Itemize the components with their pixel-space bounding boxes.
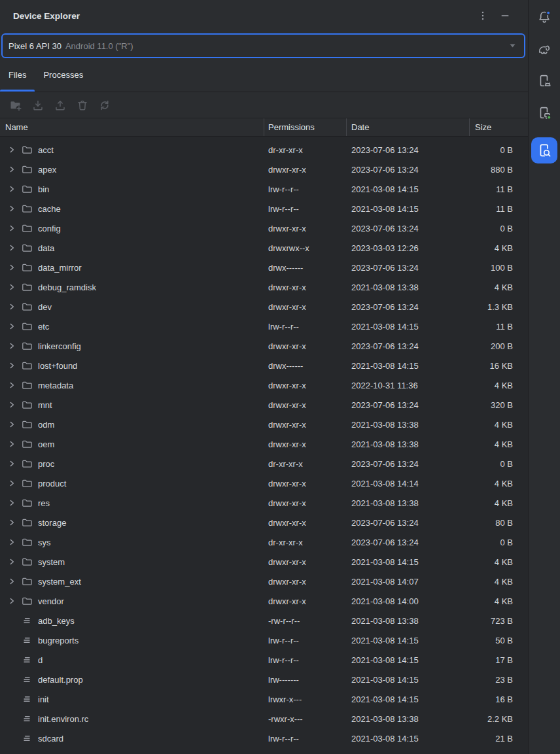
table-row[interactable]: system_ext drwxr-xr-x 2021-03-08 14:07 4…	[0, 572, 528, 591]
permissions-cell: drwxrwx--x	[264, 243, 347, 253]
table-row[interactable]: adb_keys -rw-r--r-- 2021-03-08 13:38 723…	[0, 611, 528, 630]
chevron-right-icon[interactable]	[8, 303, 16, 311]
permissions-cell: lrw-r--r--	[264, 184, 347, 194]
table-row[interactable]: acct dr-xr-xr-x 2023-07-06 13:24 0 B	[0, 140, 528, 160]
size-cell: 2.2 KB	[470, 714, 528, 724]
table-row[interactable]: d lrw-r--r-- 2021-03-08 14:15 17 B	[0, 650, 528, 670]
table-row[interactable]: odm drwxr-xr-x 2021-03-08 13:38 4 KB	[0, 415, 528, 434]
table-row[interactable]: apex drwxr-xr-x 2023-07-06 13:24 880 B	[0, 160, 528, 179]
file-icon	[22, 733, 32, 744]
name-cell: sdcard	[0, 733, 264, 744]
running-devices-button[interactable]	[536, 105, 552, 121]
chevron-right-icon[interactable]	[8, 479, 16, 487]
column-header-size[interactable]: Size	[470, 118, 528, 136]
synchronize-button[interactable]	[98, 99, 111, 112]
hide-panel-button[interactable]	[498, 9, 512, 23]
chevron-right-icon[interactable]	[8, 519, 16, 526]
folder-icon	[22, 203, 32, 214]
bell-icon	[537, 10, 551, 24]
date-cell: 2021-03-08 14:15	[347, 204, 470, 214]
download-file-button[interactable]	[31, 99, 44, 112]
table-row[interactable]: bin lrw-r--r-- 2021-03-08 14:15 11 B	[0, 179, 528, 199]
table-row[interactable]: cache lrw-r--r-- 2021-03-08 14:15 11 B	[0, 199, 528, 218]
table-row[interactable]: proc dr-xr-xr-x 2023-07-06 13:24 0 B	[0, 454, 528, 473]
chevron-right-icon[interactable]	[8, 420, 16, 428]
column-header-name[interactable]: Name	[0, 118, 264, 136]
file-name: product	[38, 479, 66, 488]
gradle-button[interactable]	[536, 41, 552, 57]
column-header-date[interactable]: Date	[347, 118, 470, 136]
folder-icon	[22, 184, 32, 194]
permissions-cell: drwxr-xr-x	[264, 381, 347, 390]
table-row[interactable]: init.environ.rc -rwxr-x--- 2021-03-08 13…	[0, 709, 528, 728]
table-row[interactable]: res drwxr-xr-x 2021-03-08 13:38 4 KB	[0, 493, 528, 513]
folder-icon	[22, 223, 32, 233]
chevron-right-icon[interactable]	[8, 205, 16, 213]
table-row[interactable]: lost+found drwx------ 2021-03-08 14:15 1…	[0, 356, 528, 375]
table-row[interactable]: oem drwxr-xr-x 2021-03-08 13:38 4 KB	[0, 434, 528, 454]
file-icon	[22, 615, 32, 626]
tab-processes[interactable]: Processes	[35, 58, 92, 92]
size-cell: 80 B	[470, 518, 528, 528]
folder-icon	[22, 400, 32, 410]
table-row[interactable]: metadata drwxr-xr-x 2022-10-31 11:36 4 K…	[0, 375, 528, 395]
upload-icon	[54, 99, 67, 112]
chevron-right-icon[interactable]	[8, 224, 16, 232]
table-row[interactable]: sdcard lrw-r--r-- 2021-03-08 14:15 21 B	[0, 728, 528, 748]
chevron-right-icon[interactable]	[8, 597, 16, 605]
table-row[interactable]: debug_ramdisk drwxr-xr-x 2021-03-08 13:3…	[0, 277, 528, 297]
device-manager-button[interactable]	[536, 73, 552, 89]
permissions-cell: drwxr-xr-x	[264, 596, 347, 606]
file-name: oem	[38, 439, 54, 449]
upload-file-button[interactable]	[54, 99, 67, 112]
table-row[interactable]: etc lrw-r--r-- 2021-03-08 14:15 11 B	[0, 317, 528, 336]
table-row[interactable]: config drwxr-xr-x 2023-07-06 13:24 0 B	[0, 218, 528, 238]
table-row[interactable]: sys dr-xr-xr-x 2023-07-06 13:24 0 B	[0, 532, 528, 552]
table-row[interactable]: mnt drwxr-xr-x 2023-07-06 13:24 320 B	[0, 395, 528, 415]
table-row[interactable]: init lrwxr-x--- 2021-03-08 14:15 16 B	[0, 689, 528, 709]
chevron-right-icon[interactable]	[8, 185, 16, 193]
date-cell: 2021-03-08 14:15	[347, 636, 470, 645]
table-row[interactable]: data_mirror drwx------ 2023-07-06 13:24 …	[0, 258, 528, 277]
chevron-right-icon[interactable]	[8, 381, 16, 389]
file-name: cache	[38, 204, 61, 214]
table-row[interactable]: system drwxr-xr-x 2021-03-08 14:15 4 KB	[0, 552, 528, 572]
chevron-right-icon[interactable]	[8, 577, 16, 585]
folder-icon	[22, 301, 32, 312]
chevron-right-icon[interactable]	[8, 460, 16, 468]
table-row[interactable]: bugreports lrw-r--r-- 2021-03-08 14:15 5…	[0, 630, 528, 650]
delete-button[interactable]	[76, 99, 89, 112]
more-options-button[interactable]	[476, 9, 490, 23]
chevron-right-icon[interactable]	[8, 440, 16, 448]
table-row[interactable]: vendor drwxr-xr-x 2021-03-08 14:00 4 KB	[0, 591, 528, 611]
chevron-right-icon[interactable]	[8, 165, 16, 173]
name-cell: res	[0, 498, 264, 508]
tab-files[interactable]: Files	[0, 58, 35, 92]
device-selector-dropdown[interactable]: Pixel 6 API 30 Android 11.0 ("R")	[1, 33, 525, 58]
chevron-right-icon[interactable]	[8, 264, 16, 271]
table-row[interactable]: linkerconfig drwxr-xr-x 2023-07-06 13:24…	[0, 336, 528, 356]
table-row[interactable]: default.prop lrw------- 2021-03-08 14:15…	[0, 670, 528, 689]
table-row[interactable]: dev drwxr-xr-x 2023-07-06 13:24 1.3 KB	[0, 297, 528, 317]
chevron-right-icon[interactable]	[8, 362, 16, 369]
date-cell: 2021-03-08 14:07	[347, 577, 470, 587]
notifications-button[interactable]	[536, 9, 552, 25]
chevron-right-icon[interactable]	[8, 283, 16, 291]
date-cell: 2021-03-08 14:15	[347, 675, 470, 685]
table-row[interactable]: data drwxrwx--x 2023-03-03 12:26 4 KB	[0, 238, 528, 258]
table-row[interactable]: storage drwxr-xr-x 2023-07-06 13:24 80 B	[0, 513, 528, 532]
chevron-right-icon[interactable]	[8, 342, 16, 350]
column-header-permissions[interactable]: Permissions	[264, 118, 347, 136]
chevron-right-icon[interactable]	[8, 322, 16, 330]
chevron-right-icon[interactable]	[8, 558, 16, 566]
table-row[interactable]: product drwxr-xr-x 2021-03-08 14:14 4 KB	[0, 473, 528, 493]
chevron-right-icon[interactable]	[8, 401, 16, 409]
chevron-right-icon[interactable]	[8, 538, 16, 546]
size-cell: 4 KB	[470, 498, 528, 508]
device-explorer-button[interactable]	[531, 137, 557, 163]
chevron-right-icon[interactable]	[8, 146, 16, 154]
chevron-right-icon[interactable]	[8, 244, 16, 252]
name-cell: mnt	[0, 400, 264, 410]
new-directory-button[interactable]	[9, 99, 22, 112]
chevron-right-icon[interactable]	[8, 499, 16, 507]
